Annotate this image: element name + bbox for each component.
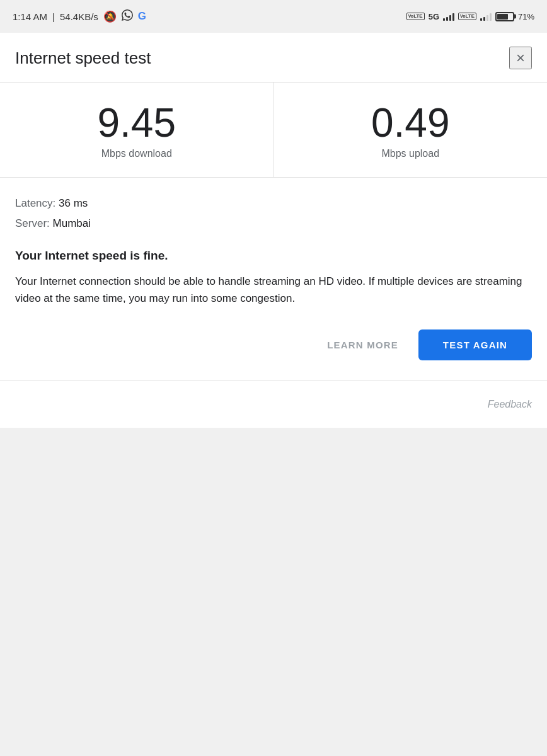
network-5g: 5G (429, 12, 439, 21)
separator: | (52, 11, 55, 22)
test-again-button[interactable]: TEST AGAIN (418, 329, 532, 360)
server-label: Server: (15, 217, 50, 229)
status-right: VoLTE 5G VoLTE 71% (406, 12, 534, 21)
card-header: Internet speed test × (0, 33, 547, 82)
result-summary: Your Internet speed is fine. (15, 249, 532, 263)
download-label: Mbps download (15, 148, 258, 159)
volte-badge-1: VoLTE (406, 13, 425, 20)
battery-fill (497, 14, 508, 20)
latency-label: Latency: (15, 197, 55, 209)
status-bar: 1:14 AM | 54.4KB/s 🔕 G VoLTE 5G VoLTE (0, 0, 547, 33)
details-section: Latency: 36 ms Server: Mumbai Your Inter… (0, 178, 547, 307)
network-speed: 54.4KB/s (60, 11, 98, 22)
close-button[interactable]: × (509, 47, 532, 69)
server-value: Mumbai (53, 217, 91, 229)
upload-value: 0.49 (289, 103, 533, 143)
result-description: Your Internet connection should be able … (15, 273, 532, 307)
actions-row: LEARN MORE TEST AGAIN (0, 329, 547, 378)
feedback-row: Feedback (0, 381, 547, 428)
speed-section: 9.45 Mbps download 0.49 Mbps upload (0, 83, 547, 178)
signal-bars-2 (480, 12, 492, 21)
speed-test-card: Internet speed test × 9.45 Mbps download… (0, 33, 547, 428)
volte-badge-2: VoLTE (458, 13, 476, 20)
learn-more-button[interactable]: LEARN MORE (317, 331, 408, 359)
status-left: 1:14 AM | 54.4KB/s 🔕 G (13, 9, 146, 24)
google-icon: G (138, 10, 146, 23)
latency-line: Latency: 36 ms (15, 195, 532, 212)
server-line: Server: Mumbai (15, 215, 532, 232)
download-value: 9.45 (15, 103, 258, 143)
time-display: 1:14 AM (13, 11, 47, 22)
mute-icon: 🔕 (103, 10, 117, 23)
feedback-link[interactable]: Feedback (488, 399, 532, 410)
battery-percent: 71% (518, 12, 534, 21)
whatsapp-icon (122, 9, 133, 24)
signal-bars-1 (443, 12, 454, 21)
latency-value: 36 ms (59, 197, 88, 209)
battery-icon (495, 12, 514, 21)
upload-label: Mbps upload (289, 148, 533, 159)
download-col: 9.45 Mbps download (0, 83, 274, 177)
latency-server: Latency: 36 ms Server: Mumbai (15, 195, 532, 231)
card-title: Internet speed test (15, 49, 151, 68)
upload-col: 0.49 Mbps upload (274, 83, 548, 177)
